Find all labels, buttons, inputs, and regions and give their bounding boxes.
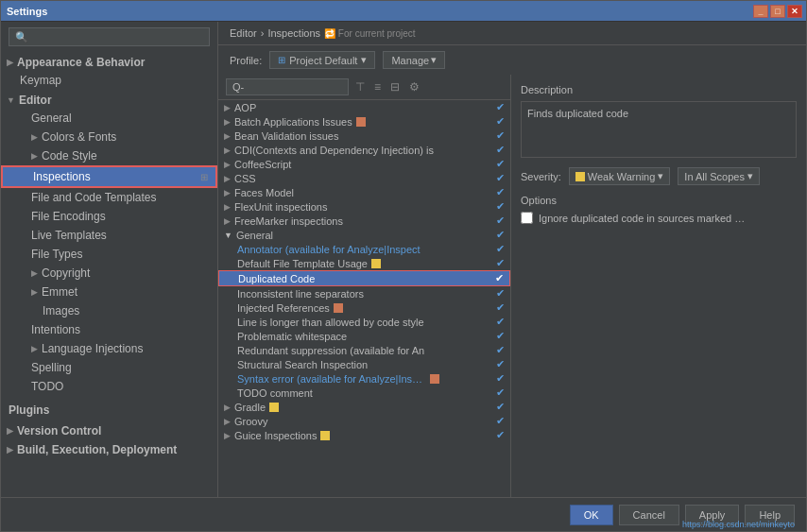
scope-dropdown[interactable]: In All Scopes ▾ — [678, 167, 760, 185]
sidebar-item-appearance[interactable]: Appearance & Behavior — [1, 52, 217, 71]
sidebar-item-label: Editor — [19, 94, 52, 107]
sidebar-item-images[interactable]: Images — [1, 301, 217, 320]
list-item[interactable]: ▶ AOP ✔ — [218, 100, 510, 114]
list-item[interactable]: Problematic whitespace ✔ — [218, 329, 510, 343]
sidebar-item-label: Keymap — [20, 74, 61, 87]
dropdown-arrow-icon: ▾ — [361, 54, 367, 66]
sidebar-item-editor[interactable]: Editor — [1, 90, 217, 109]
list-item[interactable]: Duplicated Code ✔ — [218, 270, 510, 286]
maximize-button[interactable]: □ — [770, 5, 785, 18]
list-item[interactable]: ▶ Groovy ✔ — [218, 414, 510, 428]
profile-dropdown[interactable]: ⊞ Project Default ▾ — [269, 51, 375, 69]
list-item[interactable]: Structural Search Inspection ✔ — [218, 357, 510, 371]
scope-value: In All Scopes — [684, 171, 745, 182]
sidebar-item-label: Build, Execution, Deployment — [17, 443, 177, 456]
close-button[interactable]: ✕ — [787, 5, 802, 18]
list-item[interactable]: ▶ Guice Inspections ✔ — [218, 428, 510, 442]
list-item[interactable]: ▼ General ✔ — [218, 228, 510, 242]
sidebar-item-build[interactable]: Build, Execution, Deployment — [1, 439, 217, 458]
arrow-icon — [31, 151, 38, 161]
inspection-panel: ⊤ ≡ ⊟ ⚙ ▶ AOP ✔ ▶ — [218, 75, 511, 497]
check-icon: ✔ — [496, 129, 505, 142]
settings-icon[interactable]: ⚙ — [406, 79, 422, 94]
list-item[interactable]: Default File Template Usage ✔ — [218, 256, 510, 270]
arrow-icon: ▶ — [224, 131, 231, 141]
filter-icon[interactable]: ⊤ — [352, 79, 368, 94]
sync-icon: ⊞ — [200, 172, 208, 182]
split-area: ⊤ ≡ ⊟ ⚙ ▶ AOP ✔ ▶ — [218, 75, 806, 497]
list-item[interactable]: ▶ CSS ✔ — [218, 171, 510, 185]
list-item[interactable]: ▶ CoffeeScript ✔ — [218, 157, 510, 171]
profile-icon: ⊞ — [278, 55, 285, 65]
list-item[interactable]: ▶ Batch Applications Issues ✔ — [218, 114, 510, 129]
check-icon: ✔ — [496, 172, 505, 184]
list-item[interactable]: Line is longer than allowed by code styl… — [218, 315, 510, 329]
item-label: Duplicated Code — [238, 273, 315, 284]
item-label: Structural Search Inspection — [237, 359, 368, 370]
sidebar-item-spelling[interactable]: Spelling — [1, 358, 217, 377]
check-icon: ✔ — [495, 272, 504, 284]
sidebar-item-fileencodings[interactable]: File Encodings — [1, 207, 217, 226]
manage-button[interactable]: Manage ▾ — [383, 51, 445, 69]
arrow-icon: ▼ — [224, 231, 232, 240]
list-item[interactable]: Injected References ✔ — [218, 300, 510, 315]
sidebar-item-copyright[interactable]: Copyright — [1, 264, 217, 283]
ok-button[interactable]: OK — [570, 505, 613, 525]
sidebar-item-filetypes[interactable]: File Types — [1, 245, 217, 264]
window-body: Appearance & Behavior Keymap Editor Gene… — [1, 22, 806, 497]
list-item[interactable]: Inconsistent line separators ✔ — [218, 286, 510, 300]
list-item[interactable]: Redundant suppression (available for An … — [218, 343, 510, 357]
sidebar-item-general[interactable]: General — [1, 109, 217, 128]
sidebar-section-plugins[interactable]: Plugins — [1, 400, 217, 420]
sidebar-search-input[interactable] — [9, 27, 210, 46]
sidebar-item-inspections[interactable]: Inspections ⊞ — [1, 165, 217, 188]
profile-toolbar: Profile: ⊞ Project Default ▾ Manage ▾ — [218, 45, 806, 75]
sidebar-item-langinjections[interactable]: Language Injections — [1, 339, 217, 358]
breadcrumb-project: 🔁 For current project — [324, 28, 415, 39]
list-item[interactable]: ▶ Bean Validation issues ✔ — [218, 129, 510, 143]
item-label: General — [236, 230, 273, 241]
severity-color-box — [371, 259, 381, 268]
sidebar-item-filecodetemplates[interactable]: File and Code Templates — [1, 188, 217, 207]
window-title: Settings — [7, 6, 47, 17]
list-item[interactable]: Annotator (available for Analyze|Inspect… — [218, 242, 510, 256]
inspection-search-input[interactable] — [226, 78, 349, 95]
sidebar-item-keymap[interactable]: Keymap — [1, 71, 217, 90]
collapse-icon[interactable]: ⊟ — [387, 79, 403, 94]
check-icon: ✔ — [496, 144, 505, 156]
list-item[interactable]: ▶ CDI(Contexts and Dependency Injection)… — [218, 143, 510, 157]
item-label: AOP — [234, 102, 256, 113]
minimize-button[interactable]: _ — [753, 5, 768, 18]
sidebar-item-label: Emmet — [42, 285, 77, 299]
check-icon: ✔ — [496, 429, 505, 441]
arrow-icon: ▶ — [224, 431, 231, 440]
list-item[interactable]: Syntax error (available for Analyze|Insp… — [218, 371, 510, 386]
ignore-checkbox[interactable] — [521, 212, 533, 224]
severity-dropdown[interactable]: Weak Warning ▾ — [569, 167, 671, 185]
arrow-icon: ▶ — [224, 403, 231, 412]
list-item[interactable]: ▶ FreeMarker inspections ✔ — [218, 214, 510, 228]
list-item[interactable]: TODO comment ✔ — [218, 386, 510, 400]
section-label: Plugins — [9, 403, 49, 417]
list-item[interactable]: ▶ Faces Model ✔ — [218, 185, 510, 199]
cancel-button[interactable]: Cancel — [619, 505, 679, 525]
sidebar-item-livetemplates[interactable]: Live Templates — [1, 226, 217, 245]
list-item[interactable]: ▶ FlexUnit inspections ✔ — [218, 199, 510, 214]
arrow-icon — [31, 287, 38, 297]
sidebar-item-versioncontrol[interactable]: Version Control — [1, 420, 217, 439]
sidebar-item-todo[interactable]: TODO — [1, 377, 217, 396]
expand-icon[interactable]: ≡ — [371, 79, 384, 94]
sidebar-item-codestyle[interactable]: Code Style — [1, 146, 217, 165]
sidebar-item-intentions[interactable]: Intentions — [1, 320, 217, 339]
arrow-icon: ▶ — [224, 174, 231, 183]
manage-label: Manage — [391, 55, 429, 66]
check-icon: ✔ — [496, 330, 505, 342]
arrow-icon: ▶ — [224, 160, 231, 169]
scope-arrow-icon: ▾ — [747, 170, 753, 182]
sidebar-item-emmet[interactable]: Emmet — [1, 283, 217, 301]
sidebar-item-colors[interactable]: Colors & Fonts — [1, 128, 217, 146]
sidebar-item-label: General — [31, 112, 72, 125]
list-item[interactable]: ▶ Gradle ✔ — [218, 400, 510, 414]
item-label: Redundant suppression (available for An — [237, 345, 424, 356]
item-label: FlexUnit inspections — [234, 201, 327, 213]
